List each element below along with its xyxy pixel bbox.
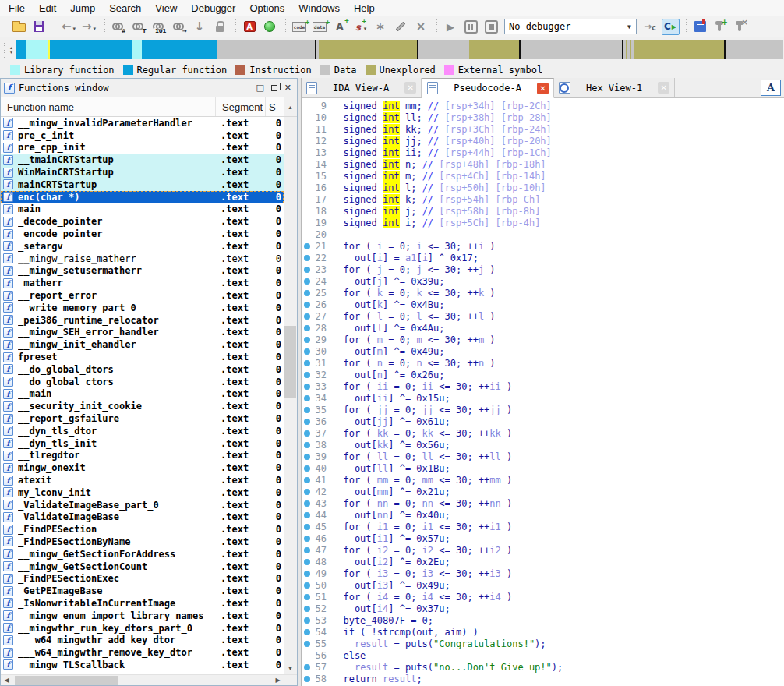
scroll-up-icon[interactable]: ▲: [284, 97, 297, 116]
toolbar-grip[interactable]: [284, 19, 288, 34]
table-row[interactable]: f__main.text0: [1, 388, 284, 401]
address-dot-icon[interactable]: [304, 243, 310, 249]
tab-close-icon[interactable]: ✕: [404, 82, 416, 94]
tab-hex-view-1[interactable]: Hex View-1✕: [554, 78, 675, 97]
address-dot-icon[interactable]: [304, 419, 310, 425]
address-dot-icon[interactable]: [304, 454, 310, 460]
breakpoint-gutter[interactable]: [302, 500, 312, 507]
table-row[interactable]: f_decode_pointer.text0: [1, 215, 284, 228]
table-row[interactable]: f__report_error.text0: [1, 289, 284, 302]
address-dot-icon[interactable]: [304, 430, 310, 437]
menu-windows[interactable]: Windows: [291, 1, 347, 16]
table-row[interactable]: ffpreset.text0: [1, 351, 284, 363]
table-row[interactable]: f__report_gsfailure.text0: [1, 412, 284, 425]
address-dot-icon[interactable]: [304, 676, 310, 682]
address-dot-icon[interactable]: [304, 337, 310, 343]
table-row[interactable]: f_ValidateImageBase.text0: [1, 511, 284, 524]
table-row[interactable]: fmainCRTStartup.text0: [1, 179, 284, 191]
menu-options[interactable]: Options: [242, 1, 291, 16]
address-dot-icon[interactable]: [304, 629, 310, 635]
breakpoint-gutter[interactable]: [302, 360, 312, 366]
debugger-select[interactable]: No debugger▼: [504, 19, 637, 34]
make-string-button[interactable]: s+▾: [351, 17, 369, 36]
address-dot-icon[interactable]: [304, 407, 310, 413]
search-again-button[interactable]: →: [170, 17, 189, 36]
table-row[interactable]: f___w64_mingwthr_remove_key_dtor.text0: [1, 646, 284, 659]
breakpoint-gutter[interactable]: [302, 313, 312, 320]
address-dot-icon[interactable]: [304, 664, 310, 670]
table-row[interactable]: f_setargv.text0: [1, 240, 284, 253]
table-row[interactable]: f__dyn_tls_dtor.text0: [1, 425, 284, 437]
font-button[interactable]: A: [761, 80, 781, 96]
column-header-start[interactable]: S: [266, 97, 284, 116]
address-dot-icon[interactable]: [304, 442, 310, 448]
address-dot-icon[interactable]: [304, 348, 310, 355]
address-dot-icon[interactable]: [304, 617, 310, 624]
tab-close-icon[interactable]: ✕: [537, 83, 549, 94]
table-row[interactable]: f_pei386_runtime_relocator.text0: [1, 314, 284, 327]
breakpoint-gutter[interactable]: [302, 454, 312, 460]
breakpoint-gutter[interactable]: [302, 582, 312, 589]
close-icon[interactable]: ✕: [284, 83, 291, 92]
toolbar-grip[interactable]: [53, 19, 58, 34]
search-text-button[interactable]: T: [129, 17, 148, 36]
table-row[interactable]: f__mingw_TLScallback.text0: [1, 659, 284, 671]
breakpoint-gutter[interactable]: [302, 302, 312, 308]
address-dot-icon[interactable]: [304, 372, 310, 378]
signature-book-button[interactable]: [690, 17, 709, 36]
debug-stop-button[interactable]: [482, 17, 500, 36]
table-row[interactable]: f_matherr.text0: [1, 277, 284, 289]
address-dot-icon[interactable]: [304, 524, 310, 530]
make-name-button[interactable]: A+: [330, 17, 349, 36]
key-add-button[interactable]: +: [711, 17, 729, 36]
table-row[interactable]: f__mingw_setusermatherr.text0: [1, 265, 284, 278]
table-row[interactable]: f__mingw_invalidParameterHandler.text0: [1, 117, 284, 129]
menu-jump[interactable]: Jump: [63, 1, 102, 16]
breakpoint-gutter[interactable]: [302, 489, 312, 495]
table-row[interactable]: f__security_init_cookie.text0: [1, 400, 284, 412]
functions-window-titlebar[interactable]: f Functions window □ ✕: [1, 79, 297, 97]
address-dot-icon[interactable]: [304, 255, 310, 261]
address-dot-icon[interactable]: [304, 489, 310, 495]
breakpoint-gutter[interactable]: [302, 372, 312, 378]
breakpoint-gutter[interactable]: [302, 477, 312, 483]
address-dot-icon[interactable]: [304, 313, 310, 320]
breakpoint-gutter[interactable]: [302, 629, 312, 635]
address-dot-icon[interactable]: [304, 325, 310, 331]
breakpoint-gutter[interactable]: [302, 243, 312, 249]
table-row[interactable]: f__mingw_raise_matherr.text0: [1, 253, 284, 265]
table-row[interactable]: f__tlregdtor.text0: [1, 450, 284, 462]
scroll-left-icon[interactable]: ◀: [1, 677, 12, 684]
scroll-right-icon[interactable]: ▶: [272, 677, 284, 684]
address-dot-icon[interactable]: [304, 290, 310, 296]
breakpoint-gutter[interactable]: [302, 430, 312, 437]
maximize-icon[interactable]: □: [256, 83, 263, 92]
toolbar-grip[interactable]: [435, 19, 440, 34]
vertical-scrollbar-thumb[interactable]: [284, 326, 296, 398]
address-dot-icon[interactable]: [304, 512, 310, 518]
open-button[interactable]: [9, 17, 28, 36]
table-row[interactable]: f___w64_mingwthr_add_key_dtor.text0: [1, 634, 284, 646]
table-row[interactable]: f_ValidateImageBase_part_0.text0: [1, 499, 284, 511]
undefine-button[interactable]: ×: [411, 17, 430, 36]
table-row[interactable]: fmain.text0: [1, 203, 284, 216]
breakpoint-gutter[interactable]: [302, 536, 312, 542]
scroll-down-icon[interactable]: ▼: [284, 662, 297, 674]
toolbar-grip[interactable]: [103, 19, 108, 34]
address-dot-icon[interactable]: [304, 477, 310, 483]
breakpoint-gutter[interactable]: [302, 571, 312, 577]
jump-address-button[interactable]: ↓: [190, 17, 209, 36]
breakpoint-gutter[interactable]: [302, 512, 312, 518]
problems-button[interactable]: A: [240, 17, 259, 36]
address-dot-icon[interactable]: [304, 559, 310, 565]
table-row[interactable]: f_encode_pointer.text0: [1, 228, 284, 240]
navband-drag-handle[interactable]: [2, 41, 7, 59]
debug-pause-button[interactable]: [461, 17, 480, 36]
table-row[interactable]: fWinMainCRTStartup.text0: [1, 166, 284, 179]
menu-view[interactable]: View: [148, 1, 184, 16]
breakpoint-gutter[interactable]: [302, 267, 312, 273]
breakpoint-gutter[interactable]: [302, 348, 312, 355]
table-row[interactable]: fenc(char *).text0: [1, 191, 284, 203]
breakpoint-gutter[interactable]: [302, 337, 312, 343]
breakpoint-gutter[interactable]: [302, 524, 312, 530]
